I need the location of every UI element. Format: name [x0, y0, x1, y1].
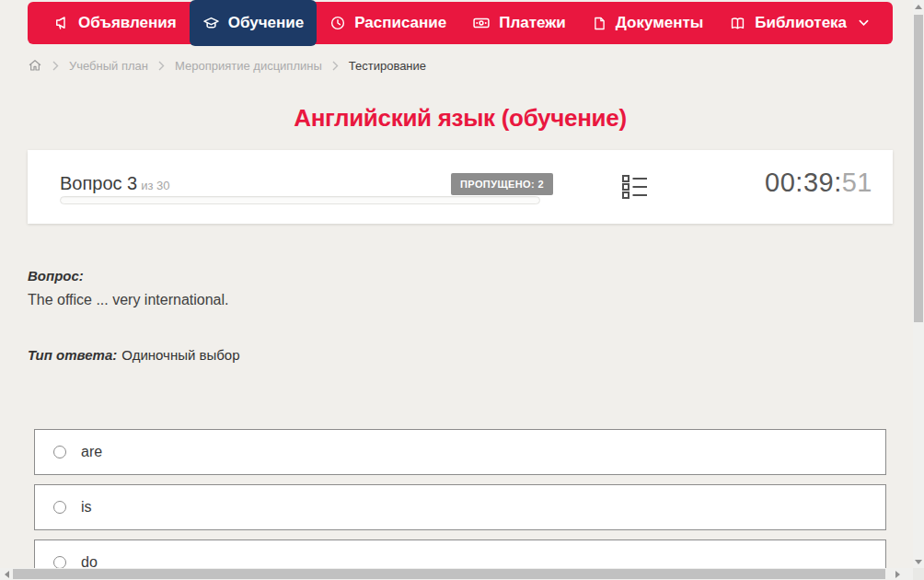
document-icon: [592, 16, 607, 31]
radio-button[interactable]: [53, 501, 66, 514]
answer-option-is[interactable]: is: [34, 484, 886, 530]
horizontal-scrollbar[interactable]: [0, 568, 913, 580]
banknote-icon: [472, 14, 491, 32]
answer-option-are[interactable]: are: [34, 429, 886, 475]
graduation-cap-icon: [202, 15, 220, 32]
scrollbar-right-arrow-icon[interactable]: [891, 568, 904, 580]
breadcrumb-separator-icon: [332, 61, 339, 71]
answer-type: Тип ответа:Одиночный выбор: [28, 347, 240, 363]
nav-item-payments[interactable]: Платежи: [459, 2, 579, 44]
breadcrumb-separator-icon: [52, 61, 59, 71]
answer-option-label: are: [81, 444, 102, 460]
scrollbar-left-arrow-icon[interactable]: [0, 568, 13, 580]
question-number-label: Вопрос 3: [60, 173, 137, 193]
scrollbar-corner: [913, 568, 924, 580]
countdown-timer: 00:39:51: [765, 168, 872, 198]
question-total: из 30: [141, 179, 169, 192]
nav-item-label: Документы: [616, 14, 704, 32]
vertical-scrollbar-thumb[interactable]: [914, 15, 923, 322]
nav-item-label: Обучение: [228, 14, 304, 32]
nav-item-label: Библиотека: [755, 14, 847, 32]
progress-bar: [60, 196, 540, 204]
chevron-down-icon: [859, 19, 869, 27]
vertical-scrollbar[interactable]: [913, 0, 924, 568]
page-title: Английский язык (обучение): [28, 104, 893, 133]
question-header-card: Вопрос 3из 30 ПРОПУЩЕНО: 2 00:39:51: [28, 150, 893, 224]
nav-item-documents[interactable]: Документы: [579, 2, 717, 44]
megaphone-icon: [53, 15, 70, 31]
answer-type-value: Одиночный выбор: [121, 347, 239, 363]
question-heading: Вопрос:: [28, 268, 84, 284]
nav-item-announcements[interactable]: Объявления: [40, 2, 190, 44]
nav-item-label: Объявления: [78, 14, 177, 32]
answer-type-label: Тип ответа:: [28, 347, 117, 363]
nav-item-schedule[interactable]: Расписание: [317, 2, 459, 44]
timer-seconds: 51: [842, 168, 872, 197]
answer-option-label: is: [81, 499, 92, 516]
home-icon[interactable]: [28, 58, 42, 73]
breadcrumb-testing: Тестирование: [349, 59, 426, 73]
radio-button[interactable]: [53, 446, 66, 458]
skipped-badge: ПРОПУЩЕНО: 2: [451, 173, 553, 195]
breadcrumb: Учебный план Мероприятие дисциплины Тест…: [28, 58, 426, 73]
open-book-icon: [729, 15, 746, 32]
question-text: The office ... very international.: [28, 292, 228, 308]
timer-hours-minutes: 00:39:: [765, 168, 842, 197]
breadcrumb-study-plan[interactable]: Учебный план: [69, 59, 148, 73]
breadcrumb-discipline-event[interactable]: Мероприятие дисциплины: [175, 59, 322, 73]
main-navbar: Объявления Обучение Расписание П: [28, 2, 893, 44]
question-list-icon[interactable]: [621, 173, 649, 201]
question-number: Вопрос 3из 30: [60, 173, 170, 194]
nav-item-label: Расписание: [354, 14, 446, 32]
scrollbar-up-arrow-icon[interactable]: [913, 0, 924, 13]
radio-button[interactable]: [53, 556, 66, 569]
clock-icon: [329, 15, 346, 31]
scrollbar-down-arrow-icon[interactable]: [913, 555, 924, 568]
breadcrumb-separator-icon: [158, 61, 165, 71]
nav-item-library[interactable]: Библиотека: [716, 2, 882, 44]
nav-item-label: Платежи: [499, 14, 566, 32]
horizontal-scrollbar-thumb[interactable]: [13, 569, 885, 579]
nav-item-education[interactable]: Обучение: [190, 0, 317, 46]
